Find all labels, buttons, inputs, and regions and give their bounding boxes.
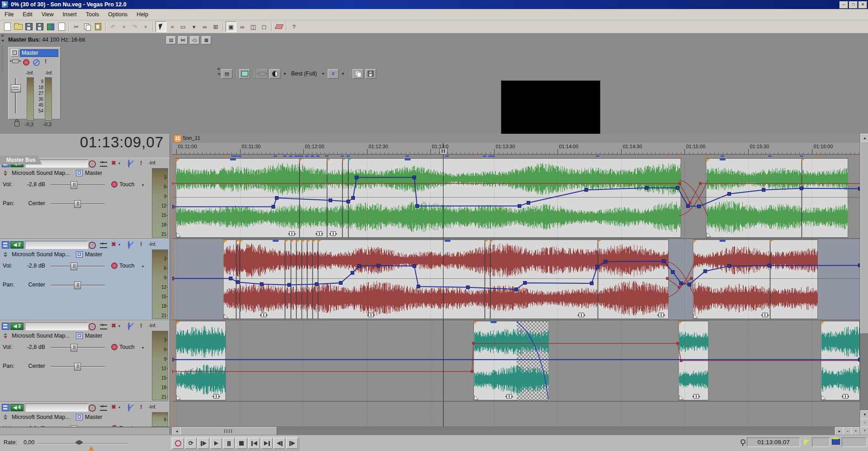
automation-settings-icon[interactable] — [111, 263, 118, 269]
save-snapshot-icon[interactable] — [365, 69, 376, 79]
menu-insert[interactable]: Insert — [58, 10, 81, 19]
mixer-config-icon[interactable]: ▦ — [202, 36, 211, 44]
automation-mode-value[interactable]: Touch — [119, 263, 134, 269]
menu-help[interactable]: Help — [132, 10, 153, 19]
maximize-button[interactable]: □ — [849, 1, 858, 9]
redo-menu-icon[interactable]: ▾ — [141, 22, 151, 32]
bus-assign-icon[interactable] — [76, 333, 83, 339]
edit-cursor-handle[interactable] — [439, 148, 448, 155]
device-selector[interactable]: Microsoft Sound Map... — [12, 251, 70, 258]
close-panel-icon[interactable]: ✕ — [216, 67, 221, 71]
track-name-field[interactable] — [25, 322, 88, 330]
master-fader-thumb[interactable] — [11, 85, 21, 93]
bus-assign-icon[interactable] — [76, 251, 83, 258]
zoom-out-track-icon[interactable]: − — [860, 418, 868, 427]
previous-frame-button[interactable] — [274, 438, 285, 449]
ignore-grouping-icon[interactable]: ∞ — [237, 22, 247, 32]
mute-menu-icon[interactable]: ▾ — [118, 161, 120, 165]
track-3-lane[interactable] — [172, 320, 860, 401]
play-button[interactable] — [210, 438, 222, 449]
edit-tool-menu-icon[interactable]: ▾ — [189, 22, 199, 32]
project-properties-icon[interactable] — [35, 22, 45, 32]
menu-tools[interactable]: Tools — [81, 10, 104, 19]
solo-track-icon[interactable] — [128, 242, 130, 248]
import-media-icon[interactable] — [46, 22, 56, 32]
solo-track-icon[interactable] — [128, 160, 130, 167]
automation-menu-icon[interactable]: ▾ — [142, 427, 144, 428]
track-header-3[interactable]: ◀ 3✖▾!-Inf.Microsoft Sound Map...MasterV… — [0, 320, 170, 402]
mute-menu-icon[interactable]: ▾ — [118, 324, 120, 328]
close-button[interactable]: ✕ — [859, 1, 867, 9]
pan-slider-thumb[interactable] — [74, 282, 81, 289]
vertical-scrollbar[interactable]: ▴ ▾ − + — [860, 134, 868, 435]
volume-slider-groove[interactable] — [51, 184, 105, 186]
zoom-out-time-icon[interactable]: − — [843, 427, 852, 435]
track-name-field[interactable] — [25, 241, 88, 249]
menu-file[interactable]: File — [0, 10, 18, 19]
scroll-left-icon[interactable]: ◂ — [172, 427, 181, 435]
track-4-lane[interactable] — [172, 402, 860, 426]
selection-edit-tool-icon[interactable]: ▭ — [178, 22, 188, 32]
menu-options[interactable]: Options — [104, 10, 132, 19]
tab-master-bus[interactable]: Master Bus — [0, 155, 42, 164]
vertical-scroll-thumb[interactable] — [860, 141, 868, 334]
track-envelope-icon[interactable] — [100, 324, 107, 329]
track-name-field[interactable] — [25, 404, 88, 412]
invert-phase-icon[interactable]: ! — [140, 241, 142, 248]
mute-track-icon[interactable]: ✖ — [111, 160, 116, 166]
mute-menu-icon[interactable]: ▾ — [118, 243, 120, 247]
collapse-panel-icon[interactable]: ◂ — [216, 71, 221, 76]
arm-record-icon[interactable] — [89, 323, 96, 330]
minimize-button[interactable]: – — [840, 1, 848, 9]
bus-properties-button[interactable] — [11, 49, 19, 56]
cut-icon[interactable]: ✂ — [71, 22, 81, 32]
external-monitor-icon[interactable] — [239, 69, 250, 79]
envelope-edit-tool-icon[interactable]: ≈ — [167, 22, 177, 32]
automation-settings-icon[interactable] — [111, 344, 118, 350]
zoom-in-time-icon[interactable]: + — [851, 427, 860, 435]
close-panel-icon[interactable]: ✕ — [0, 33, 5, 38]
open-project-icon[interactable] — [13, 22, 23, 32]
play-from-start-button[interactable] — [198, 438, 209, 449]
timeline[interactable]: 11 Son_11 ◂ ▸ − + — [172, 134, 860, 435]
split-screen-icon[interactable] — [257, 69, 268, 79]
bus-assign-icon[interactable] — [76, 414, 83, 420]
panel-properties-icon[interactable]: ▤ — [166, 36, 176, 44]
save-project-icon[interactable] — [24, 22, 34, 32]
downmix-output-icon[interactable]: ⋈ — [178, 36, 188, 44]
track-header-1[interactable]: ◀ 1✖▾!-Inf.Microsoft Sound Map...MasterV… — [0, 158, 170, 240]
menu-view[interactable]: View — [37, 10, 58, 19]
track-envelope-icon[interactable] — [100, 243, 107, 248]
volume-slider-thumb[interactable] — [71, 344, 77, 352]
volume-value[interactable]: -2,8 dB — [23, 263, 45, 269]
automation-settings-icon[interactable] — [111, 181, 118, 188]
master-bus-name-field[interactable]: Master — [20, 49, 58, 57]
next-frame-button[interactable] — [286, 438, 298, 449]
solo-track-icon[interactable] — [128, 323, 130, 329]
normal-edit-tool-icon[interactable] — [156, 21, 166, 32]
time-ruler[interactable] — [172, 143, 860, 155]
selection-box-icon[interactable]: ◫ — [248, 22, 258, 32]
automation-menu-icon[interactable]: ▾ — [142, 346, 144, 350]
volume-slider-thumb[interactable] — [71, 425, 77, 428]
go-to-end-button[interactable] — [261, 438, 273, 449]
undo-icon[interactable]: ↶ — [108, 22, 118, 32]
panel-properties-icon[interactable]: ▤ — [222, 69, 232, 79]
volume-slider-groove[interactable] — [51, 347, 105, 348]
track-2-lane[interactable] — [172, 239, 860, 319]
device-selector[interactable]: Microsoft Sound Map... — [12, 414, 70, 420]
menu-edit[interactable]: Edit — [18, 10, 37, 19]
automation-settings-icon[interactable] — [23, 59, 29, 66]
volume-slider-thumb[interactable] — [71, 263, 77, 270]
stop-button[interactable] — [236, 438, 247, 449]
track-envelope-icon[interactable] — [100, 162, 107, 167]
pan-value[interactable]: Center — [23, 200, 45, 207]
edit-details-icon[interactable] — [57, 22, 66, 32]
automation-menu-icon[interactable]: ▾ — [142, 183, 144, 187]
track-1-lane[interactable] — [172, 158, 860, 238]
device-selector[interactable]: Microsoft Sound Map... — [12, 333, 70, 339]
invert-phase-icon[interactable]: ! — [140, 322, 142, 329]
cursor-timecode-display[interactable]: 01:13:09,07 — [0, 134, 164, 156]
collapse-panel-icon[interactable]: ◂ — [0, 38, 5, 42]
group-selection-icon[interactable]: ∞ — [200, 22, 210, 32]
